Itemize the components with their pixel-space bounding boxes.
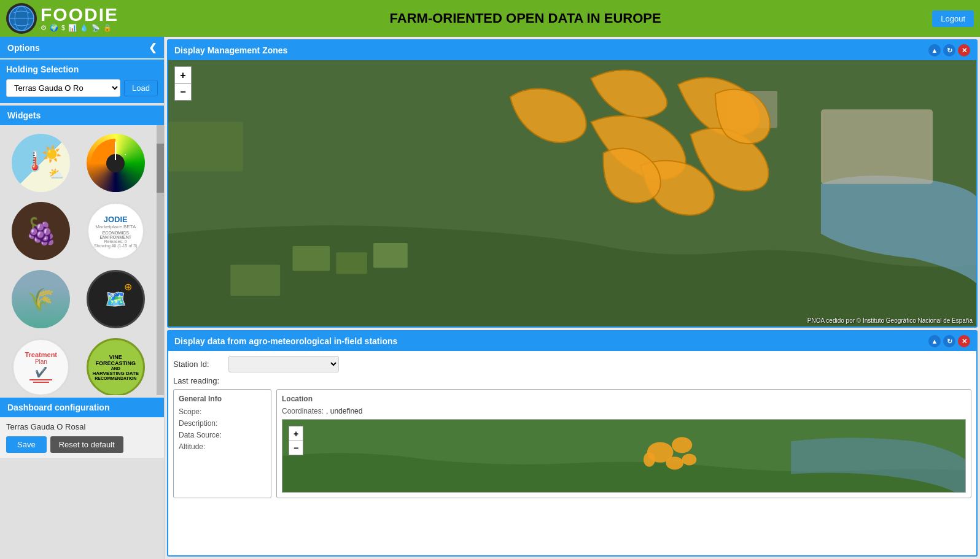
widget-weather[interactable]: 🌡️ ☀️ ⛅: [12, 134, 70, 192]
data-source-label: Data Source:: [179, 431, 222, 439]
map-panel-close-button[interactable]: ✕: [958, 44, 970, 56]
dashboard-config-content: Terras Gauda O Rosal Save Reset to defau…: [0, 417, 164, 458]
description-field: Description:: [179, 418, 266, 428]
logo-text: FOODIE ⚙ 🌍 $ 📊 💧 📡 🔒: [41, 6, 119, 32]
load-button[interactable]: Load: [124, 80, 158, 96]
widgets-scrollbar: [157, 125, 164, 395]
station-id-row: Station Id:: [173, 356, 971, 372]
treatment-widget-content: Treatment Plan ✔️: [21, 347, 61, 388]
widgets-grid-wrapper: 🌡️ ☀️ ⛅ 🍇: [0, 125, 157, 395]
widgets-area: 🌡️ ☀️ ⛅ 🍇: [0, 125, 164, 395]
mini-map: + −: [282, 419, 966, 493]
svg-rect-8: [336, 252, 367, 274]
holding-section: Holding Selection Terras Gauda O Ro Load: [0, 60, 164, 103]
svg-point-16: [682, 453, 697, 465]
info-boxes: General Info Scope: Description: Data So…: [173, 389, 971, 498]
holding-controls: Terras Gauda O Ro Load: [6, 79, 158, 97]
general-info-box: General Info Scope: Description: Data So…: [173, 389, 271, 498]
data-source-field: Data Source:: [179, 430, 266, 439]
widgets-grid: 🌡️ ☀️ ⛅ 🍇: [0, 125, 157, 395]
map-panel-title: Display Management Zones: [174, 45, 287, 55]
svg-rect-9: [373, 243, 408, 268]
logout-button[interactable]: Logout: [932, 10, 974, 27]
svg-point-14: [672, 437, 692, 453]
station-panel-up-button[interactable]: ▲: [928, 335, 941, 347]
jodie-widget-content: JODIE Marketplace BETA ECONOMICS ENVIRON…: [88, 212, 143, 250]
coordinates-row: Coordinates: , undefined: [282, 407, 966, 415]
svg-rect-5: [821, 109, 933, 183]
scope-label: Scope:: [179, 407, 201, 416]
map-satellite-background: + − PNOA cedido por © Instituto Geográfi…: [168, 60, 976, 326]
widget-jodie[interactable]: JODIE Marketplace BETA ECONOMICS ENVIRON…: [87, 202, 145, 260]
svg-rect-11: [168, 122, 243, 172]
map-credit: PNOA cedido por © Instituto Geográfico N…: [807, 317, 973, 324]
dashboard-buttons: Save Reset to default: [6, 436, 158, 453]
logo-area: FOODIE ⚙ 🌍 $ 📊 💧 📡 🔒: [6, 3, 119, 34]
altitude-label: Altitude:: [179, 442, 205, 451]
logo-subtitle: ⚙ 🌍 $ 📊 💧 📡 🔒: [41, 24, 119, 32]
widget-vine[interactable]: VINE FORECASTING AND HARVESTING DATE REC…: [87, 338, 145, 395]
mini-zoom-in-button[interactable]: +: [289, 426, 303, 441]
app-header: FOODIE ⚙ 🌍 $ 📊 💧 📡 🔒 FARM-ORIENTED OPEN …: [0, 0, 980, 37]
sidebar: Options ❮ Holding Selection Terras Gauda…: [0, 37, 165, 559]
station-id-select[interactable]: [228, 356, 339, 372]
location-title: Location: [282, 395, 966, 403]
zoom-out-button[interactable]: −: [174, 83, 192, 101]
svg-rect-7: [292, 246, 330, 271]
svg-point-17: [644, 452, 655, 467]
mini-map-zoom-controls: + −: [289, 426, 303, 455]
holding-select[interactable]: Terras Gauda O Ro: [6, 79, 120, 97]
map-overlay: [168, 60, 976, 326]
zoom-in-button[interactable]: +: [174, 66, 192, 83]
map-panel-controls: ▲ ↻ ✕: [928, 44, 970, 56]
map-zoom-controls: + −: [174, 66, 192, 101]
options-header: Options ❮: [0, 37, 164, 58]
map-panel-header: Display Management Zones ▲ ↻ ✕: [168, 40, 976, 60]
plus-overlay-icon: ⊕: [124, 281, 132, 293]
header-title: FARM-ORIENTED OPEN DATA IN EUROPE: [390, 10, 661, 26]
widget-geo[interactable]: 🗺️ ⊕: [87, 270, 145, 328]
station-panel-header: Display data from agro-meteorological in…: [168, 331, 976, 351]
dashboard-name: Terras Gauda O Rosal: [6, 422, 158, 431]
station-panel-controls: ▲ ↻ ✕: [928, 335, 970, 347]
map-panel-refresh-button[interactable]: ↻: [943, 44, 955, 56]
geo-icon: 🗺️: [105, 289, 126, 309]
save-button[interactable]: Save: [6, 436, 47, 453]
reset-to-default-button[interactable]: Reset to default: [50, 436, 123, 453]
coordinates-value: , undefined: [326, 407, 362, 415]
widget-ndvi[interactable]: [87, 134, 145, 192]
svg-rect-10: [230, 264, 280, 296]
location-box: Location Coordinates: , undefined: [276, 389, 971, 498]
general-info-title: General Info: [179, 395, 266, 403]
scope-field: Scope:: [179, 407, 266, 416]
cloud-icon: ⛅: [49, 166, 64, 181]
station-panel: Display data from agro-meteorological in…: [167, 330, 978, 557]
vine-widget-content: VINE FORECASTING AND HARVESTING DATE REC…: [88, 352, 143, 383]
coordinates-label: Coordinates:: [282, 407, 324, 415]
widget-green-field[interactable]: 🌾: [12, 270, 70, 328]
station-content: Station Id: Last reading: General Info S…: [168, 351, 976, 555]
sun-icon: ☀️: [42, 145, 61, 164]
station-panel-title: Display data from agro-meteorological in…: [174, 336, 397, 346]
description-label: Description:: [179, 419, 217, 428]
logo-circle: [6, 3, 37, 34]
widget-grape[interactable]: 🍇: [12, 202, 70, 260]
map-panel-up-button[interactable]: ▲: [928, 44, 941, 56]
station-panel-close-button[interactable]: ✕: [958, 335, 970, 347]
field-icon: 🌾: [27, 287, 55, 312]
mini-zoom-out-button[interactable]: −: [289, 441, 303, 455]
mini-map-svg: [282, 420, 965, 492]
scroll-thumb[interactable]: [157, 144, 164, 193]
last-reading-label: Last reading:: [173, 376, 219, 385]
options-toggle-icon[interactable]: ❮: [149, 42, 157, 53]
svg-point-15: [666, 457, 683, 469]
options-label: Options: [7, 43, 40, 53]
content-area: Display Management Zones ▲ ↻ ✕: [165, 37, 980, 559]
main-layout: Options ❮ Holding Selection Terras Gauda…: [0, 37, 980, 559]
logo-wordmark: FOODIE: [41, 6, 119, 24]
altitude-field: Altitude:: [179, 442, 266, 451]
widget-treatment[interactable]: Treatment Plan ✔️: [12, 338, 70, 395]
station-panel-refresh-button[interactable]: ↻: [943, 335, 955, 347]
dashboard-config-header: Dashboard configuration: [0, 398, 164, 417]
map-panel: Display Management Zones ▲ ↻ ✕: [167, 39, 978, 328]
